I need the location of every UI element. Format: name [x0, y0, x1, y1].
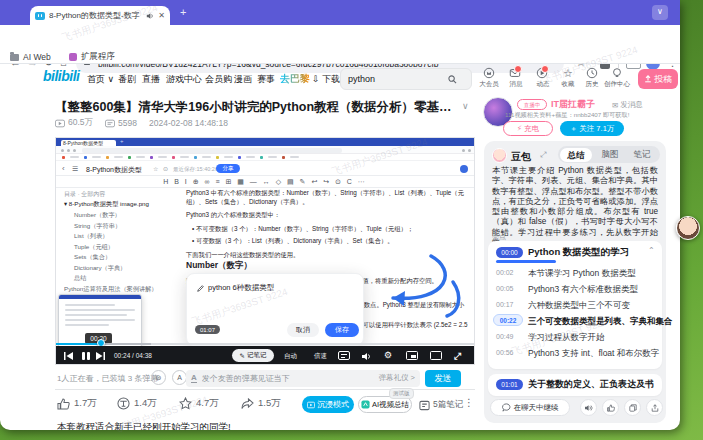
player-settings-icon[interactable]: ⚙: [384, 350, 392, 360]
nav-home[interactable]: 首页 ∨: [87, 73, 114, 86]
danmaku-etiquette-link[interactable]: 弹幕礼仪 >: [379, 373, 415, 383]
panel-expand-icon[interactable]: ⤢: [540, 150, 546, 160]
like-response-icon[interactable]: [602, 399, 619, 416]
bookmarks-bar: AI Web 扩展程序: [0, 51, 680, 64]
quality-button[interactable]: 自动: [284, 352, 297, 361]
video-mini-tabstrip: 8-Python数据类型 +: [56, 138, 474, 146]
coin-button[interactable]: 1.4万: [117, 397, 157, 410]
chapter-time-active[interactable]: 00:22: [493, 314, 523, 326]
video-outline-item: 总结: [74, 274, 86, 283]
immersive-mode-button[interactable]: 沉浸模式: [302, 396, 354, 413]
chapter-text[interactable]: 六种数据类型中三个不可变: [528, 300, 630, 312]
video-mini-addressbar: [56, 146, 474, 154]
collapse-caret-icon[interactable]: ⌃: [648, 378, 655, 387]
fullscreen-icon[interactable]: ⤢: [454, 351, 461, 362]
title-expand-caret[interactable]: ∨: [462, 101, 469, 111]
video-mini-newtab: +: [120, 138, 124, 144]
theater-mode-icon[interactable]: [430, 351, 442, 360]
video-outline-item: Sets（集合）: [74, 253, 111, 262]
like-button[interactable]: 1.7万: [57, 397, 97, 410]
search-input[interactable]: [348, 74, 448, 84]
take-note-button[interactable]: ✎ 记笔记: [232, 349, 274, 362]
upload-button[interactable]: 投稿: [638, 69, 678, 89]
chapter-text[interactable]: 本节课学习 Python 数据类型: [528, 268, 636, 280]
share-button[interactable]: 1.5万: [241, 397, 281, 410]
collapse-caret-icon[interactable]: ⌃: [648, 246, 655, 255]
tab-mindmap[interactable]: 脑图: [594, 146, 626, 163]
menu-history[interactable]: 历史: [579, 67, 605, 89]
note-dialog-timestamp: 01:07: [195, 325, 220, 334]
annotation-arrow: [351, 248, 471, 338]
chapter-text[interactable]: 学习过程从数字开始: [528, 332, 605, 344]
export-icon[interactable]: [646, 399, 663, 416]
bookmark-extensions[interactable]: 扩展程序: [69, 51, 115, 63]
nav-esports[interactable]: 赛事: [257, 73, 275, 86]
tab-summary[interactable]: 总结: [560, 148, 592, 162]
danmaku-style-icon[interactable]: A: [172, 370, 187, 385]
pip-icon[interactable]: [406, 351, 418, 360]
time-display: 00:24 / 04:38: [114, 352, 152, 359]
section-time-badge[interactable]: 00:00: [496, 247, 523, 258]
menu-favorites[interactable]: ☆ 收藏: [555, 67, 581, 89]
volume-icon[interactable]: [362, 352, 372, 361]
nav-live[interactable]: 直播: [142, 73, 160, 86]
extension-icon: [69, 53, 77, 61]
live-badge[interactable]: 直播中: [517, 99, 547, 110]
tab-close-icon[interactable]: ✕: [158, 11, 165, 20]
danmaku-font-icon[interactable]: A: [191, 373, 197, 383]
browser-tab[interactable]: 8-Python的数据类型-数字 ✕: [30, 6, 170, 25]
creator-bulb-icon: [611, 67, 623, 79]
chapter-time[interactable]: 00:05: [496, 285, 524, 292]
speed-button[interactable]: 倍速: [314, 352, 327, 361]
danmaku-input[interactable]: A 发个友善的弹幕见证当下 弹幕礼仪 >: [186, 370, 420, 387]
next-icon[interactable]: [96, 352, 105, 360]
charge-button[interactable]: ⚡ 充电: [503, 121, 553, 136]
chapter-card-collapsed[interactable]: 01:01 关于整数的定义、正负表达及书 ⌃: [488, 374, 662, 396]
send-message-link[interactable]: ✉ 发消息: [612, 100, 643, 110]
floating-assistant-avatar[interactable]: [676, 216, 700, 240]
menu-dynamics[interactable]: 动态: [530, 67, 556, 89]
chapter-time[interactable]: 00:49: [496, 333, 524, 340]
publish-time: 2024-02-08 14:48:18: [149, 118, 228, 128]
browser-window: 8-Python的数据类型-数字 ✕ + ∨ ← → ↻ ⌂ bilibili.…: [0, 0, 680, 430]
more-actions-icon[interactable]: ⋮: [464, 397, 474, 408]
video-player[interactable]: 8-Python数据类型 + ‹: [55, 137, 475, 365]
continue-in-chat-button[interactable]: 在聊天中继续: [490, 399, 570, 416]
search-icon[interactable]: [448, 75, 457, 84]
menu-messages[interactable]: 消息: [503, 67, 529, 89]
danmaku-display-settings-icon[interactable]: ⊜: [151, 370, 166, 385]
bilibili-logo[interactable]: bilibili: [43, 68, 79, 84]
nav-paris-campaign[interactable]: 去巴黎: [280, 72, 310, 86]
menu-creator-center[interactable]: 创作中心: [604, 67, 630, 89]
voice-icon[interactable]: [580, 399, 597, 416]
tab-notes[interactable]: 笔记: [626, 146, 658, 163]
chapter-text[interactable]: Python3 支持 int、float 和布尔数字: [528, 348, 659, 360]
danmaku-toggle-icon[interactable]: [338, 351, 350, 360]
chapter-time[interactable]: 00:02: [496, 269, 524, 276]
chapter-time[interactable]: 00:56: [496, 349, 524, 356]
chapter-text[interactable]: Python3 有六个标准数据类型: [528, 284, 638, 296]
tab-search-caret-button[interactable]: ∨: [652, 5, 668, 20]
nav-manga[interactable]: 漫画: [234, 73, 252, 86]
notes-button[interactable]: 5篇笔记: [419, 399, 463, 411]
author-name[interactable]: IT届扛霸子: [551, 98, 595, 111]
chapter-time[interactable]: 00:17: [496, 301, 524, 308]
bookmark-folder-ai-web[interactable]: AI Web: [10, 52, 51, 62]
follow-button[interactable]: ＋ 关注 7.1万: [560, 121, 624, 136]
new-tab-button[interactable]: +: [180, 7, 186, 18]
video-doc-saved: 最近保存:15:40:26: [173, 166, 218, 173]
nav-bangumi[interactable]: 番剧: [118, 73, 136, 86]
chapter-text-active[interactable]: 三个可变数据类型是列表、字典和集合: [528, 316, 673, 328]
copy-icon[interactable]: [624, 399, 641, 416]
menu-vip[interactable]: 大会员: [476, 67, 502, 89]
tab-audio-icon[interactable]: [146, 12, 154, 20]
note-cancel-button[interactable]: 取消: [287, 323, 319, 337]
nav-game-center[interactable]: 游戏中心: [166, 73, 202, 86]
pause-icon[interactable]: [82, 352, 90, 360]
search-box[interactable]: [340, 68, 472, 90]
nav-vip-shop[interactable]: 会员购: [205, 73, 232, 86]
danmaku-send-button[interactable]: 发送: [425, 370, 461, 387]
favorite-button[interactable]: 4.7万: [179, 397, 219, 410]
prev-icon[interactable]: [64, 352, 73, 360]
video-doc-toolbar: H B I ⊕ ∞ ≡ ⊞ ▦ — ↔ ◇ ▤ ✎ ↩ ↪ ⊙ C ⋯: [56, 176, 474, 188]
